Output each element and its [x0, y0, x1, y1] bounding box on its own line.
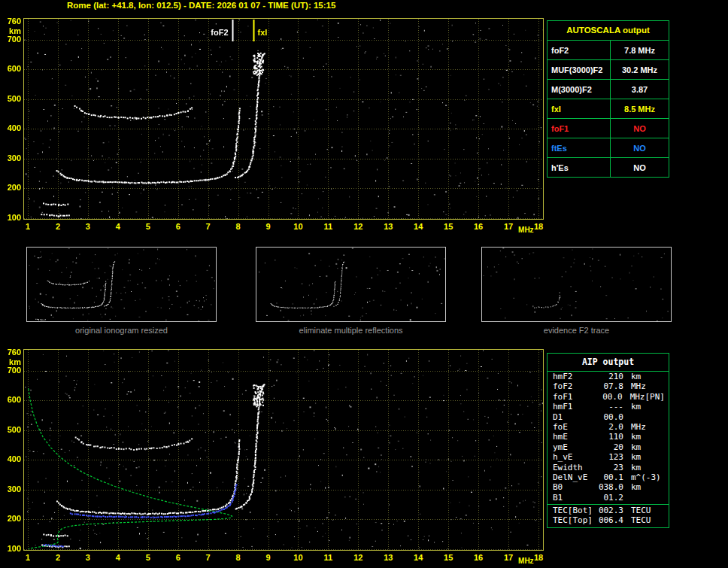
autoscala-param-label: M(3000)F2 — [548, 80, 611, 99]
aip-row-D1: D100.0 — [548, 412, 669, 422]
aip-cell-pl: foF1 — [553, 392, 596, 402]
aip-cell-pv: 110 — [596, 432, 623, 442]
autoscala-param-label: h'Es — [548, 158, 611, 177]
main-ytick-600: 600 — [0, 65, 21, 73]
profile-xtick-1: 1 — [26, 553, 30, 562]
autoscala-param-value: 30.2 MHz — [611, 65, 669, 74]
main-xtick-7: 7 — [206, 222, 211, 231]
aip-cell-px — [641, 372, 669, 381]
aip-cell-pv: 002.3 — [596, 506, 623, 515]
aip-cell-pl: Ewidth — [553, 463, 596, 472]
thumb-caption-evidence: evidence F2 trace — [481, 326, 672, 335]
aip-cell-pv: 006.4 — [596, 515, 623, 525]
autoscala-output-table: AUTOSCALA output foF27.8 MHzMUF(3000)F23… — [547, 20, 669, 178]
main-xtick-9: 9 — [265, 222, 270, 231]
aip-cell-pu: MHz — [623, 392, 645, 402]
aip-output-table: AIP output hmF2210kmfoF207.8MHzfoF100.0M… — [547, 353, 669, 528]
profile-xtick-13: 13 — [384, 553, 393, 562]
aip-cell-pu: km — [623, 402, 641, 412]
main-xtick-2: 2 — [56, 222, 60, 231]
profile-xtick-8: 8 — [236, 553, 241, 562]
aip-cell-px — [651, 506, 669, 515]
aip-cell-px — [646, 381, 669, 391]
aip-cell-px — [641, 482, 669, 492]
profile-xtick-9: 9 — [265, 553, 270, 562]
aip-cell-pu — [623, 493, 631, 503]
profile-xtick-12: 12 — [353, 553, 362, 562]
profile-xtick-3: 3 — [86, 553, 90, 562]
autoscala-param-value: NO — [611, 124, 669, 133]
aip-row-B1: B101.2 — [548, 493, 669, 503]
aip-tec-rows: TEC[Bot]002.3TECUTEC[Top]006.4TECU — [548, 504, 669, 526]
main-ytick-300: 300 — [0, 154, 21, 163]
main-xtick-18: 18 — [534, 222, 543, 231]
aip-cell-pv: 00.1 — [596, 472, 623, 482]
autoscala-row-ftEs: ftEsNO — [548, 138, 669, 158]
aip-cell-pv: 07.8 — [596, 381, 623, 391]
autoscala-row-M(3000)F2: M(3000)F23.87 — [548, 80, 669, 99]
autoscala-table-rows: foF27.8 MHzMUF(3000)F230.2 MHzM(3000)F23… — [548, 41, 669, 177]
aip-cell-pu: km — [623, 372, 641, 381]
autoscala-row-MUF(3000)F2: MUF(3000)F230.2 MHz — [548, 60, 669, 80]
profile-ytick-300: 300 — [0, 485, 21, 494]
aip-cell-pv: --- — [596, 402, 623, 412]
aip-cell-pu: km — [623, 463, 641, 472]
aip-row-TEC[Top]: TEC[Top]006.4TECU — [548, 515, 669, 525]
profile-xtick-16: 16 — [474, 553, 483, 562]
aip-table-rows: hmF2210kmfoF207.8MHzfoF100.0MHz[PN]hmF1-… — [548, 372, 669, 503]
profile-ytick-600: 600 — [0, 396, 21, 404]
station-date-header: Rome (lat: +41.8, lon: 012.5) - DATE: 20… — [67, 1, 335, 10]
main-ytick-200: 200 — [0, 184, 21, 192]
thumb-eliminate-canvas — [256, 248, 445, 321]
aip-cell-pl: hmF1 — [553, 402, 596, 412]
aip-row-hmE: hmE110km — [548, 432, 669, 442]
autoscala-table-title: AUTOSCALA output — [548, 21, 669, 41]
autoscala-param-value: 7.8 MHz — [611, 46, 669, 55]
autoscala-param-label: MUF(3000)F2 — [548, 60, 611, 79]
thumb-caption-original: original ionogram resized — [26, 326, 217, 335]
thumb-evidence-canvas — [482, 248, 671, 321]
main-xtick-3: 3 — [86, 222, 90, 231]
aip-cell-pu: km — [623, 482, 641, 492]
aip-cell-pv: 038.0 — [596, 482, 623, 492]
aip-cell-pu: m^(-3) — [623, 472, 661, 482]
profile-xtick-14: 14 — [414, 553, 423, 562]
aip-cell-pu: MHz — [623, 422, 646, 432]
ionogram-profile-canvas — [24, 350, 543, 550]
autoscala-row-foF1: foF1NO — [548, 119, 669, 138]
aip-cell-px — [641, 432, 669, 442]
thumb-original-canvas — [27, 248, 216, 321]
aip-cell-px — [646, 422, 669, 432]
aip-cell-pv: 2.0 — [596, 422, 623, 432]
aip-row-Ewidth: Ewidth23km — [548, 463, 669, 472]
profile-xaxis-unit: MHz — [518, 557, 534, 565]
aip-cell-pl: hmF2 — [553, 372, 596, 381]
aip-row-h_vE: h_vE123km — [548, 452, 669, 462]
aip-cell-pl: TEC[Top] — [553, 515, 596, 525]
main-xtick-5: 5 — [146, 222, 150, 231]
profile-xtick-11: 11 — [324, 553, 333, 562]
aip-cell-pu: km — [623, 442, 641, 452]
thumb-original-ionogram — [26, 247, 217, 322]
profile-ytick-100: 100 — [0, 545, 21, 553]
aip-cell-pl: DelN_vE — [553, 472, 596, 482]
main-ytick-100: 100 — [0, 214, 21, 222]
aip-cell-pv: 23 — [596, 463, 623, 472]
autoscala-param-value: NO — [611, 144, 669, 153]
autoscala-param-value: 3.87 — [611, 85, 669, 94]
main-xtick-13: 13 — [384, 222, 393, 231]
profile-ytick-760: 760 — [0, 348, 21, 357]
profile-xtick-5: 5 — [146, 553, 150, 562]
profile-ytick-400: 400 — [0, 455, 21, 463]
fxi-marker-label: fxI — [258, 28, 268, 37]
main-xtick-12: 12 — [353, 222, 362, 231]
aip-row-foE: foE2.0MHz — [548, 422, 669, 432]
aip-row-foF2: foF207.8MHz — [548, 381, 669, 391]
autoscala-window: Rome (lat: +41.8, lon: 012.5) - DATE: 20… — [0, 0, 728, 568]
main-xtick-8: 8 — [236, 222, 241, 231]
aip-cell-px — [651, 515, 669, 525]
aip-cell-px — [631, 412, 669, 422]
main-ytick-400: 400 — [0, 124, 21, 132]
aip-cell-px — [631, 493, 669, 503]
aip-cell-px — [661, 472, 669, 482]
